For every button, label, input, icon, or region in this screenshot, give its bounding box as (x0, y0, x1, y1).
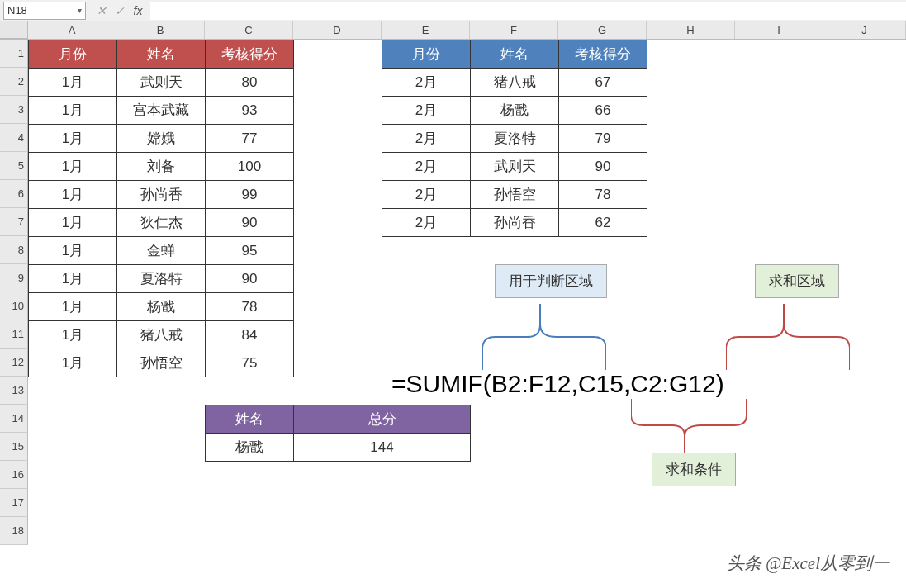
t1c[interactable]: 1月 (29, 153, 117, 181)
row-header-12[interactable]: 12 (0, 349, 28, 377)
col-header-A[interactable]: A (28, 21, 116, 39)
t1c[interactable]: 84 (206, 321, 294, 349)
t2c[interactable]: 62 (559, 209, 647, 237)
t2c[interactable]: 66 (559, 97, 647, 125)
t1c[interactable]: 1月 (29, 349, 117, 377)
col-header-I[interactable]: I (735, 21, 823, 39)
t2c[interactable]: 2月 (382, 125, 471, 153)
row-header-6[interactable]: 6 (0, 180, 28, 208)
t1c[interactable]: 80 (206, 69, 294, 97)
col-header-B[interactable]: B (116, 21, 205, 39)
brace-red-top-icon (726, 304, 850, 370)
t1c[interactable]: 1月 (29, 181, 117, 209)
row-headers-col: 1 2 3 4 5 6 7 8 9 10 11 12 13 14 15 16 1… (0, 40, 28, 588)
t2-h2[interactable]: 考核得分 (559, 40, 647, 69)
t1c[interactable]: 武则天 (117, 69, 206, 97)
t2c[interactable]: 夏洛特 (471, 125, 559, 153)
t1c[interactable]: 1月 (29, 125, 117, 153)
t1c[interactable]: 宫本武藏 (117, 97, 206, 125)
row-header-7[interactable]: 7 (0, 208, 28, 236)
t1c[interactable]: 77 (206, 125, 294, 153)
t1c[interactable]: 1月 (29, 69, 117, 97)
row-header-16[interactable]: 16 (0, 461, 28, 489)
row-header-3[interactable]: 3 (0, 96, 28, 124)
t2c[interactable]: 2月 (382, 181, 471, 209)
t1-h2[interactable]: 考核得分 (206, 40, 294, 69)
row-header-10[interactable]: 10 (0, 292, 28, 320)
t3c[interactable]: 杨戬 (206, 434, 294, 462)
t1c[interactable]: 78 (206, 293, 294, 321)
t2c[interactable]: 90 (559, 153, 647, 181)
col-header-D[interactable]: D (293, 21, 382, 39)
t2c[interactable]: 孙悟空 (471, 181, 559, 209)
row-header-8[interactable]: 8 (0, 236, 28, 264)
name-box-dropdown-icon[interactable]: ▾ (78, 6, 82, 15)
formula-input[interactable] (150, 2, 906, 20)
t1c[interactable]: 孙尚香 (117, 181, 206, 209)
t1c[interactable]: 75 (206, 349, 294, 377)
t2c[interactable]: 2月 (382, 69, 471, 97)
accept-icon[interactable]: ✓ (112, 2, 127, 20)
t2c[interactable]: 2月 (382, 209, 471, 237)
formula-bar-controls: ✕ ✓ fx (89, 2, 150, 20)
cells-area[interactable]: 月份 姓名 考核得分 1月武则天80 1月宫本武藏93 1月嫦娥77 1月刘备1… (28, 40, 906, 588)
t1c[interactable]: 杨戬 (117, 293, 206, 321)
t2-h1[interactable]: 姓名 (471, 40, 559, 69)
t2c[interactable]: 孙尚香 (471, 209, 559, 237)
t2-h0[interactable]: 月份 (382, 40, 471, 69)
row-header-2[interactable]: 2 (0, 68, 28, 96)
row-header-14[interactable]: 14 (0, 405, 28, 433)
t1c[interactable]: 狄仁杰 (117, 209, 206, 237)
row-header-13[interactable]: 13 (0, 377, 28, 405)
t2c[interactable]: 79 (559, 125, 647, 153)
t1c[interactable]: 1月 (29, 237, 117, 265)
t1c[interactable]: 金蝉 (117, 237, 206, 265)
t1c[interactable]: 1月 (29, 97, 117, 125)
t1c[interactable]: 93 (206, 97, 294, 125)
col-header-E[interactable]: E (382, 21, 470, 39)
row-header-11[interactable]: 11 (0, 320, 28, 349)
t2c[interactable]: 78 (559, 181, 647, 209)
t1c[interactable]: 99 (206, 181, 294, 209)
t1c[interactable]: 90 (206, 265, 294, 293)
t1c[interactable]: 95 (206, 237, 294, 265)
t1c[interactable]: 夏洛特 (117, 265, 206, 293)
row-header-1[interactable]: 1 (0, 40, 28, 68)
col-header-F[interactable]: F (470, 21, 558, 39)
col-header-J[interactable]: J (823, 21, 906, 39)
t2c[interactable]: 杨戬 (471, 97, 559, 125)
t3-h0[interactable]: 姓名 (206, 405, 294, 434)
t2c[interactable]: 2月 (382, 97, 471, 125)
fx-icon[interactable]: fx (130, 2, 145, 20)
t1c[interactable]: 100 (206, 153, 294, 181)
t2c[interactable]: 2月 (382, 153, 471, 181)
t1c[interactable]: 嫦娥 (117, 125, 206, 153)
t1c[interactable]: 1月 (29, 265, 117, 293)
row-header-17[interactable]: 17 (0, 489, 28, 517)
t2c[interactable]: 武则天 (471, 153, 559, 181)
col-header-C[interactable]: C (205, 21, 293, 39)
t2c[interactable]: 67 (559, 69, 647, 97)
t1c[interactable]: 1月 (29, 321, 117, 349)
row-header-5[interactable]: 5 (0, 152, 28, 180)
t1-h1[interactable]: 姓名 (117, 40, 206, 69)
column-headers-row: A B C D E F G H I J (0, 21, 906, 40)
name-box[interactable]: N18 ▾ (3, 2, 86, 20)
t1c[interactable]: 1月 (29, 293, 117, 321)
t2c[interactable]: 猪八戒 (471, 69, 559, 97)
select-all-corner[interactable] (0, 21, 28, 39)
t1c[interactable]: 90 (206, 209, 294, 237)
col-header-H[interactable]: H (647, 21, 735, 39)
row-header-4[interactable]: 4 (0, 124, 28, 152)
t1c[interactable]: 猪八戒 (117, 321, 206, 349)
col-header-G[interactable]: G (558, 21, 647, 39)
row-header-18[interactable]: 18 (0, 517, 28, 545)
t1c[interactable]: 孙悟空 (117, 349, 206, 377)
row-header-15[interactable]: 15 (0, 433, 28, 461)
t1c[interactable]: 1月 (29, 209, 117, 237)
row-header-9[interactable]: 9 (0, 264, 28, 292)
t1-h0[interactable]: 月份 (29, 40, 117, 69)
t1c[interactable]: 刘备 (117, 153, 206, 181)
formula-display: =SUMIF(B2:F12,C15,C2:G12) (391, 370, 724, 398)
cancel-icon[interactable]: ✕ (94, 2, 109, 20)
